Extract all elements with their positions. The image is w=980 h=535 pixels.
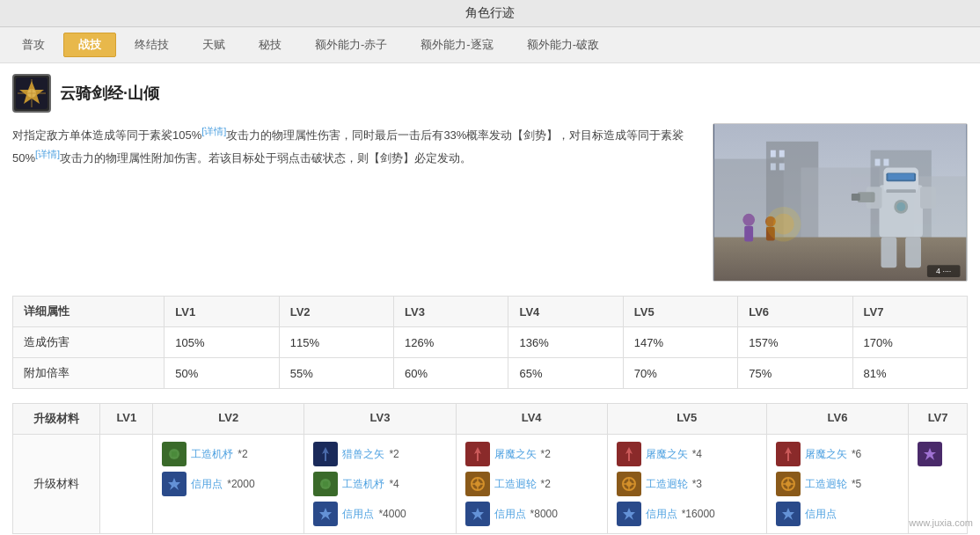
upgrade-header-label: 升级材料: [13, 404, 100, 435]
mat-icon-credit3: [465, 502, 490, 526]
list-item: 工造机杼 *4: [313, 472, 446, 496]
tab-extra2[interactable]: 额外能力-逐寇: [406, 33, 508, 57]
material-list: 屠魔之矢 *6 工造迥轮 *5: [776, 442, 899, 526]
list-item: 工造机杼 *2: [162, 442, 295, 466]
svg-rect-11: [771, 150, 776, 158]
attr-row-1-lv5: 70%: [623, 358, 737, 389]
svg-rect-74: [787, 452, 789, 461]
mat-count: *4000: [378, 508, 406, 520]
watermark: www.juxia.com: [909, 517, 973, 528]
upgrade-header-lv1: LV1: [100, 404, 153, 435]
svg-rect-23: [920, 187, 936, 209]
mat-link[interactable]: 屠魔之矢: [805, 447, 847, 462]
attr-col-header-1: LV1: [165, 297, 279, 327]
mat-count: *6: [852, 448, 861, 460]
svg-rect-13: [771, 164, 776, 171]
mat-link[interactable]: 工造机杼: [342, 477, 384, 492]
attr-col-header-0: 详细属性: [13, 297, 165, 327]
attr-row-1-lv4: 65%: [508, 358, 623, 389]
attr-row-0-label: 造成伤害: [13, 327, 165, 358]
mat-icon-credit4: [617, 502, 641, 526]
page-title: 角色行迹: [465, 5, 515, 19]
upgrade-row-label: 升级材料: [13, 435, 100, 534]
mat-link[interactable]: 信用点: [646, 507, 677, 522]
table-row: 升级材料 工造机杼 *2: [13, 435, 968, 534]
mat-icon-gongzao2: [313, 472, 338, 496]
mat-link[interactable]: 工造迥轮: [646, 477, 688, 492]
upgrade-lv2-cell: 工造机杼 *2 信用点 *2000: [153, 435, 304, 534]
svg-rect-32: [744, 226, 753, 242]
svg-point-31: [742, 214, 755, 226]
material-list: 屠魔之矢 *2 工造迥轮 *2: [465, 442, 598, 526]
mat-link[interactable]: 信用点: [342, 507, 374, 522]
mat-count: *2000: [227, 478, 254, 490]
title-bar: 角色行迹: [0, 0, 980, 27]
skill-icon: [12, 74, 51, 113]
tab-skill[interactable]: 战技: [63, 33, 116, 57]
attr-row-0-lv4: 136%: [508, 327, 623, 358]
svg-rect-21: [888, 173, 914, 180]
desc-part3: 攻击力的物理属性附加伤害。若该目标处于弱点击破状态，则【剑势】必定发动。: [60, 151, 472, 165]
desc-part1: 对指定敌方单体造成等同于素裟105%: [12, 128, 201, 142]
svg-rect-28: [886, 189, 916, 193]
svg-rect-14: [779, 164, 785, 171]
tab-extra3[interactable]: 额外能力-破敌: [512, 33, 614, 57]
tab-ultimate[interactable]: 终结技: [120, 33, 184, 57]
svg-point-36: [773, 214, 794, 235]
tab-talent[interactable]: 天赋: [187, 33, 240, 57]
svg-rect-41: [172, 451, 177, 457]
mat-icon-wheel1: [465, 472, 490, 496]
tab-bar: 普攻 战技 终结技 天赋 秘技 额外能力-赤子 额外能力-逐寇 额外能力-破敌: [0, 27, 980, 63]
mat-link[interactable]: 屠魔之矢: [494, 447, 537, 462]
tab-technique[interactable]: 秘技: [244, 33, 296, 57]
list-item: 屠魔之矢 *2: [465, 442, 598, 466]
list-item: 工造迥轮 *5: [776, 472, 899, 496]
attr-col-header-3: LV3: [394, 297, 508, 327]
attr-row-1-lv3: 60%: [394, 358, 508, 389]
attr-row-0-lv1: 105%: [165, 327, 279, 358]
svg-rect-46: [325, 452, 326, 461]
detail-link-1[interactable]: [详情]: [201, 126, 226, 136]
list-item: 信用点: [776, 502, 899, 526]
upgrade-lv6-cell: 屠魔之矢 *6 工造迥轮 *5: [766, 435, 908, 534]
attr-row-1-lv7: 81%: [852, 358, 967, 389]
svg-rect-24: [881, 238, 896, 268]
list-item: 工造迥轮 *2: [465, 472, 598, 496]
mat-icon-demonarrow3: [776, 442, 801, 466]
tab-normal[interactable]: 普攻: [7, 33, 60, 57]
mat-link[interactable]: 屠魔之矢: [646, 447, 688, 462]
list-item: 信用点 *8000: [465, 502, 598, 526]
detail-link-2[interactable]: [详情]: [35, 149, 60, 159]
svg-rect-49: [323, 481, 328, 487]
mat-link[interactable]: 工造机杼: [191, 447, 233, 462]
mat-link[interactable]: 猎兽之矢: [342, 447, 384, 462]
list-item: 屠魔之矢 *4: [617, 442, 757, 466]
skill-description: 对指定敌方单体造成等同于素裟105%[详情]攻击力的物理属性伤害，同时最后一击后…: [12, 123, 700, 282]
mat-count: *5: [852, 478, 861, 490]
mat-link[interactable]: 信用点: [805, 507, 837, 522]
material-list: 猎兽之矢 *2 工造机杼 *4: [313, 442, 446, 526]
upgrade-header-lv3: LV3: [304, 404, 456, 435]
attr-row-1-label: 附加倍率: [13, 358, 165, 389]
mat-count: *2: [238, 448, 247, 460]
tab-extra1[interactable]: 额外能力-赤子: [300, 33, 402, 57]
skill-title: 云骑剑经·山倾: [60, 83, 159, 104]
mat-link[interactable]: 工造迥轮: [494, 477, 537, 492]
list-item: 信用点 *16000: [617, 502, 757, 526]
attr-row-1-lv2: 55%: [279, 358, 393, 389]
main-content: 云骑剑经·山倾 对指定敌方单体造成等同于素裟105%[详情]攻击力的物理属性伤害…: [0, 63, 980, 535]
mat-link[interactable]: 信用点: [191, 477, 223, 492]
mat-icon-demonarrow2: [617, 442, 641, 466]
upgrade-header-lv7: LV7: [909, 404, 968, 435]
attr-col-header-2: LV2: [279, 297, 393, 327]
upgrade-header-lv2: LV2: [153, 404, 304, 435]
upgrade-lv3-cell: 猎兽之矢 *2 工造机杼 *4: [304, 435, 456, 534]
description-area: 对指定敌方单体造成等同于素裟105%[详情]攻击力的物理属性伤害，同时最后一击后…: [12, 123, 968, 282]
mat-link[interactable]: 信用点: [494, 507, 526, 522]
attr-row-1-lv1: 50%: [165, 358, 279, 389]
svg-point-30: [896, 202, 905, 211]
upgrade-materials-table: 升级材料 LV1 LV2 LV3 LV4 LV5 LV6 LV7 升级材料: [12, 403, 968, 534]
mat-link[interactable]: 工造迥轮: [805, 477, 847, 492]
svg-rect-15: [875, 159, 881, 166]
attr-row-0-lv2: 115%: [279, 327, 393, 358]
